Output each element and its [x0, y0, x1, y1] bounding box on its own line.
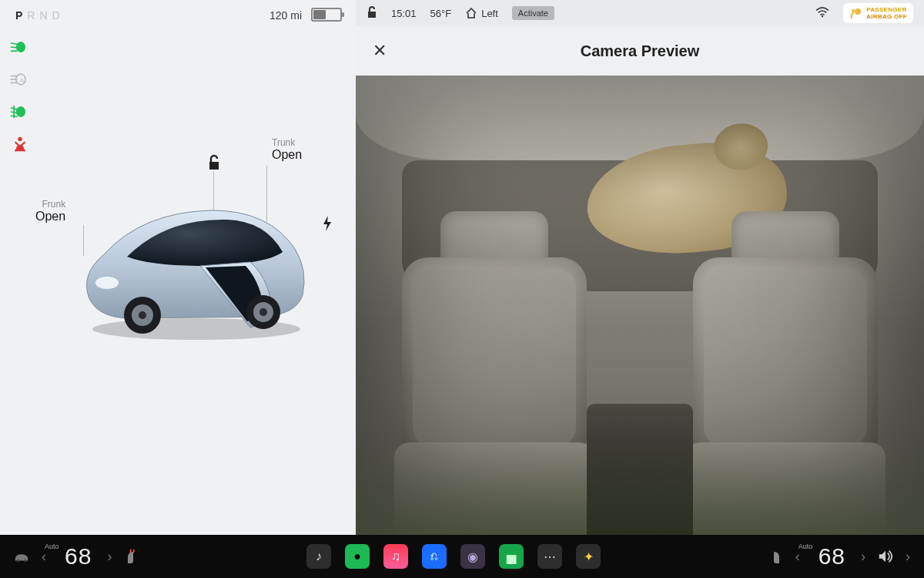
camera-preview-header: ✕ Camera Preview — [356, 26, 924, 76]
frunk-label[interactable]: Frunk Open — [35, 199, 65, 223]
passenger-airbag-badge[interactable]: PASSENGERAIRBAG OFF — [843, 3, 913, 23]
status-temp: 56°F — [430, 8, 452, 19]
temp-right[interactable]: 68 — [811, 543, 853, 570]
trunk-label[interactable]: Trunk Open — [272, 137, 302, 162]
volume-up[interactable]: › — [901, 549, 915, 565]
modal-title: Camera Preview — [581, 42, 700, 60]
gear-d: D — [52, 9, 65, 22]
battery-icon — [311, 8, 342, 22]
wifi-icon[interactable] — [815, 7, 829, 20]
status-bar: 15:01 56°F Left Activate PASSENGERAIRBAG… — [356, 0, 924, 26]
temp-left-up[interactable]: › — [102, 549, 116, 565]
camera-panel: 15:01 56°F Left Activate PASSENGERAIRBAG… — [356, 0, 924, 535]
bottom-bar: ‹ Auto 68 › ♪●♫⎌◉▅⋯✦ ‹ Auto 68 › › — [0, 535, 924, 578]
svg-point-21 — [855, 8, 861, 15]
auto-high-beam-icon: A — [9, 71, 31, 91]
status-lock-icon[interactable] — [367, 6, 377, 21]
gear-r: R — [27, 9, 39, 22]
activate-button[interactable]: Activate — [512, 6, 554, 20]
status-time: 15:01 — [391, 8, 417, 19]
bluetooth-app[interactable]: ⎌ — [422, 544, 447, 569]
apple-music-app[interactable]: ♫ — [383, 544, 408, 569]
svg-line-0 — [11, 43, 18, 45]
camera-feed[interactable] — [356, 76, 924, 535]
volume-button[interactable] — [873, 544, 898, 569]
temp-left-down[interactable]: ‹ — [37, 549, 51, 565]
gear-p: P — [15, 9, 27, 22]
car-controls-button[interactable] — [9, 544, 34, 569]
music-app[interactable]: ♪ — [306, 544, 331, 569]
charge-bolt-icon — [322, 216, 333, 234]
svg-point-22 — [852, 9, 855, 12]
gear-selector: PRND — [15, 9, 65, 22]
homelink-button[interactable]: Left — [465, 8, 498, 19]
svg-line-1 — [11, 47, 18, 48]
gear-n: N — [39, 9, 52, 22]
seat-heater-left-button[interactable] — [119, 544, 144, 569]
svg-point-15 — [139, 311, 146, 319]
energy-app[interactable]: ▅ — [499, 544, 524, 569]
dashcam-app[interactable]: ◉ — [460, 544, 485, 569]
range-readout: 120 mi — [270, 9, 302, 22]
svg-point-19 — [95, 277, 119, 289]
svg-point-20 — [822, 15, 823, 17]
vehicle-render[interactable] — [73, 189, 312, 343]
fog-light-icon — [9, 103, 31, 123]
svg-text:A: A — [20, 77, 25, 84]
temp-left[interactable]: 68 — [57, 543, 99, 570]
app-tray: ♪●♫⎌◉▅⋯✦ — [306, 544, 601, 569]
svg-point-18 — [259, 308, 267, 316]
vehicle-panel: PRND 120 mi A Frunk — [0, 0, 356, 535]
more-apps[interactable]: ⋯ — [537, 544, 562, 569]
arcade-app[interactable]: ✦ — [576, 544, 601, 569]
lock-icon[interactable] — [206, 154, 222, 174]
temp-right-down[interactable]: ‹ — [791, 549, 805, 565]
svg-point-24 — [24, 560, 27, 563]
close-button[interactable]: ✕ — [373, 41, 387, 61]
spotify-app[interactable]: ● — [345, 544, 370, 569]
temp-right-up[interactable]: › — [856, 549, 870, 565]
low-beam-icon — [9, 39, 31, 59]
svg-point-23 — [17, 560, 20, 563]
seat-heater-right-button[interactable] — [763, 544, 788, 569]
